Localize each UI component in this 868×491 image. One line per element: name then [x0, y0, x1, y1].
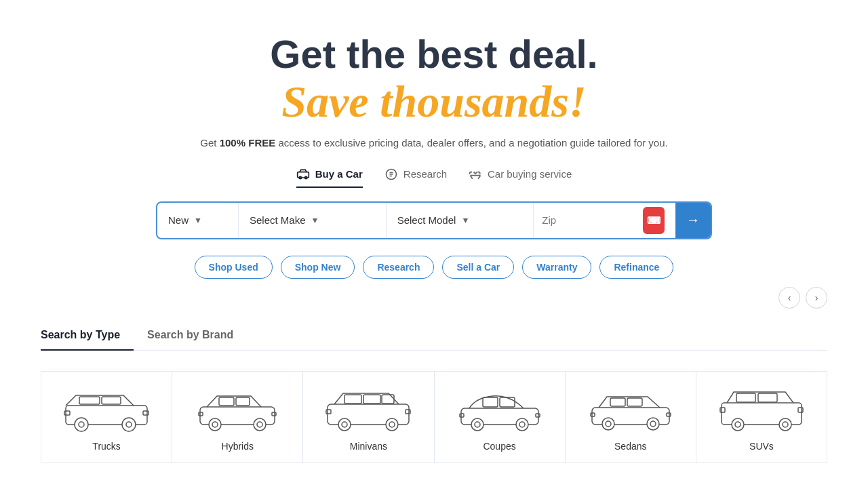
hero-subtitle: Get 100% FREE access to exclusive pricin… [14, 137, 854, 149]
svg-rect-58 [798, 408, 803, 412]
keyboard-icon: ⌨ [647, 215, 660, 226]
svg-rect-51 [736, 393, 755, 402]
refinance-button[interactable]: Refinance [599, 256, 673, 279]
minivans-label: Minivans [350, 441, 387, 452]
svg-point-18 [254, 418, 266, 431]
svg-rect-34 [500, 397, 515, 407]
make-value: Select Make [250, 214, 306, 226]
truck-illustration [62, 385, 151, 433]
svg-point-16 [209, 418, 221, 431]
svg-point-35 [471, 418, 484, 431]
sedan-illustration [587, 385, 675, 433]
car-type-minivans[interactable]: Minivans [302, 371, 433, 463]
minivan-illustration [324, 385, 412, 433]
tab-research-label: Research [403, 168, 447, 180]
model-chevron-icon: ▼ [461, 216, 469, 225]
search-tabs: Search by Type Search by Brand [41, 322, 827, 351]
svg-rect-43 [627, 398, 642, 406]
coupes-label: Coupes [483, 441, 515, 452]
svg-point-9 [122, 418, 136, 431]
svg-point-46 [647, 418, 659, 430]
svg-rect-52 [758, 393, 777, 402]
search-submit-button[interactable]: → [675, 203, 711, 238]
trucks-label: Trucks [92, 441, 120, 452]
car-type-hybrids[interactable]: Hybrids [172, 371, 302, 463]
warranty-button[interactable]: Warranty [522, 256, 591, 279]
shop-new-button[interactable]: Shop New [281, 256, 355, 279]
svg-rect-14 [219, 397, 234, 406]
svg-rect-25 [382, 395, 394, 404]
svg-rect-20 [199, 412, 203, 416]
svg-rect-30 [326, 410, 331, 414]
svg-rect-57 [720, 408, 725, 412]
document-icon [384, 168, 398, 181]
shop-used-button[interactable]: Shop Used [195, 256, 273, 279]
svg-rect-12 [143, 411, 149, 415]
condition-chevron-icon: ▼ [194, 216, 202, 225]
svg-point-44 [602, 418, 614, 430]
sedans-label: Sedans [614, 441, 646, 452]
svg-rect-6 [102, 397, 121, 404]
car-type-trucks[interactable]: Trucks [41, 371, 172, 463]
svg-point-37 [516, 418, 528, 431]
svg-rect-49 [667, 413, 671, 416]
condition-value: New [168, 214, 189, 226]
car-type-sedans[interactable]: Sedans [565, 371, 696, 463]
hybrid-illustration [193, 385, 281, 433]
svg-rect-15 [236, 397, 250, 406]
svg-rect-48 [591, 413, 595, 416]
car-icon [296, 168, 310, 181]
svg-rect-42 [610, 398, 625, 406]
car-types-grid: Trucks Hybrids [41, 371, 827, 463]
svg-point-55 [779, 418, 791, 431]
carousel-prev-button[interactable]: ‹ [778, 287, 800, 309]
car-type-suvs[interactable]: SUVs [696, 371, 827, 463]
make-chevron-icon: ▼ [311, 216, 319, 225]
svg-rect-5 [79, 397, 100, 404]
search-bar: New ▼ Select Make ▼ Select Model ▼ ⌨ [156, 201, 712, 239]
suvs-label: SUVs [749, 441, 774, 452]
tab-search-by-brand[interactable]: Search by Brand [134, 322, 247, 351]
main-tabs: Buy a Car Research Car buying service [14, 168, 854, 188]
hybrids-label: Hybrids [222, 441, 254, 452]
svg-rect-31 [406, 410, 410, 414]
svg-rect-24 [363, 395, 380, 404]
tab-research[interactable]: Research [384, 168, 447, 188]
condition-dropdown[interactable]: New ▼ [157, 203, 239, 238]
quick-links: Shop Used Shop New Research Sell a Car W… [14, 256, 854, 279]
tab-buy-label: Buy a Car [315, 168, 363, 180]
hero-section: Get the best deal. Save thousands! Get 1… [0, 0, 868, 295]
svg-point-7 [75, 418, 88, 431]
search-bar-container: New ▼ Select Make ▼ Select Model ▼ ⌨ [14, 201, 854, 239]
tab-search-by-type[interactable]: Search by Type [41, 322, 134, 351]
svg-point-28 [386, 418, 398, 431]
zip-keyboard-button[interactable]: ⌨ [643, 207, 665, 234]
svg-rect-39 [460, 414, 464, 417]
tab-service-label: Car buying service [488, 168, 572, 180]
tab-car-buying-service[interactable]: Car buying service [469, 168, 572, 188]
svg-point-53 [732, 418, 744, 431]
handshake-icon [469, 168, 482, 181]
carousel-next-button[interactable]: › [806, 287, 827, 309]
model-value: Select Model [397, 214, 456, 226]
zip-input-container: ⌨ [534, 203, 675, 238]
svg-rect-40 [536, 414, 540, 417]
hero-title-line2: Save thousands! [14, 76, 854, 127]
hero-title-line1: Get the best deal. [14, 33, 854, 76]
svg-rect-23 [344, 395, 361, 404]
car-type-coupes[interactable]: Coupes [434, 371, 565, 463]
sell-car-button[interactable]: Sell a Car [442, 256, 514, 279]
zip-input[interactable] [542, 214, 643, 226]
coupe-illustration [456, 385, 544, 433]
suv-illustration [717, 385, 806, 433]
svg-rect-11 [64, 411, 70, 415]
carousel-navigation: ‹ › [778, 287, 827, 309]
research-button[interactable]: Research [363, 256, 434, 279]
tab-buy-a-car[interactable]: Buy a Car [296, 168, 363, 188]
arrow-right-icon: → [686, 212, 700, 228]
make-dropdown[interactable]: Select Make ▼ [239, 203, 387, 238]
svg-rect-21 [272, 412, 276, 416]
bottom-section: Search by Type Search by Brand ‹ › T [0, 322, 868, 463]
model-dropdown[interactable]: Select Model ▼ [387, 203, 534, 238]
svg-point-26 [338, 418, 351, 431]
